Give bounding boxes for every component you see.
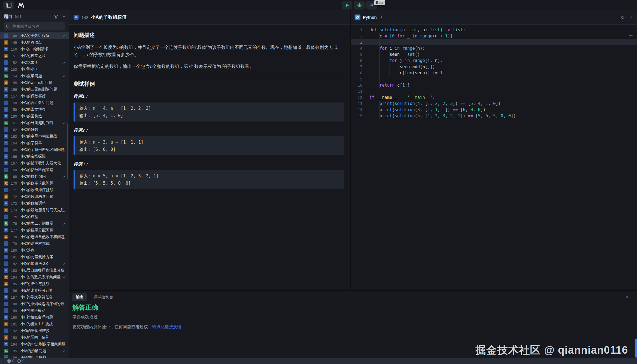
line-number: 1 (351, 27, 369, 33)
problem-list-item[interactable]: 中192小G的平衡串转换 (0, 327, 69, 334)
problem-list-item[interactable]: 难172小C的数组构造问题 (0, 193, 69, 200)
problem-list-item[interactable]: 易176小C的类二进制拼图✓ (0, 220, 69, 227)
code-line[interactable]: 1def solution(n: int, a: list) -> list: (351, 27, 637, 33)
code-token: seen (400, 64, 410, 69)
code-line[interactable]: 11 (351, 88, 637, 94)
problem-list-item[interactable]: 难178小C的连续自然数乘积问题 (0, 234, 69, 240)
problems-counter[interactable]: 0 0 (7, 359, 24, 363)
problem-list-item[interactable]: 中177小C的糖果分配问题 (0, 227, 69, 234)
problem-list-item[interactable]: 中168小C的括号匹配策略 (0, 166, 69, 173)
problem-list-item[interactable]: 中171小C的数组排序挑战 (0, 187, 69, 193)
debug-button[interactable] (354, 1, 365, 9)
problem-list-item[interactable]: 难193小K的区间与值和 (0, 334, 69, 341)
problem-list-item[interactable]: 难151小B的极差之和 (0, 53, 69, 59)
problem-list-item[interactable]: 中163小C的字母串构造挑战 (0, 133, 69, 140)
run-button[interactable] (342, 1, 352, 9)
difficulty-badge: 中 (4, 248, 8, 253)
problem-list-item[interactable]: 中157小C的偶数喜好 (0, 93, 69, 99)
tab-debug-console[interactable]: 调试控制台 (90, 293, 117, 301)
problem-list-item[interactable]: 中156小C的三元组删除问题 (0, 86, 69, 93)
code-line[interactable]: 5 seen = set() (351, 51, 637, 58)
problem-list-item[interactable]: 中179小C的逆序对挑战 (0, 240, 69, 247)
problem-list-item[interactable]: 中167小C的帖子吸引力最大化 (0, 160, 69, 166)
code-line[interactable]: 2 c = [0 for _ in range(n + 1)] (351, 33, 637, 39)
problem-list-item[interactable]: 难170小C的数字倍数问题 (0, 180, 69, 187)
problem-list-item[interactable]: 中180小C选点 (0, 247, 69, 254)
problem-list-item[interactable]: 中159小C的回文博弈 (0, 106, 69, 113)
code-line[interactable]: 3 (351, 39, 637, 45)
add-problem-icon[interactable]: + (62, 15, 65, 18)
problem-list-item[interactable]: 中196小M的组合挑战 (0, 354, 69, 358)
problem-list-item[interactable]: 中150小B的O绘制请求 (0, 46, 69, 53)
close-icon[interactable]: ✕ (625, 294, 629, 299)
problem-list-item[interactable]: 难191小F的糖果工厂挑战 (0, 321, 69, 327)
code-line[interactable]: 10 return c[1:] (351, 82, 637, 88)
code-line[interactable]: 6 for j in range(i, n): (351, 58, 637, 64)
sample-code: [1, 1, 1] (121, 140, 143, 145)
code-line[interactable]: 14 print(solution(3, [1, 1, 1]) == [6, 0… (351, 107, 637, 113)
section-divider (74, 74, 344, 74)
problem-list-item[interactable]: 中182小D的加减法 2.0✓ (0, 260, 69, 267)
language-selector[interactable]: Python ⇄ (355, 15, 382, 20)
code-line[interactable]: 12if __name__ == '__main__': (351, 94, 637, 101)
problem-list-item[interactable]: 中194小M的37进制数字相乘问题 (0, 341, 69, 348)
code-token (369, 70, 400, 75)
flag-icon[interactable]: ⚐ (629, 15, 633, 20)
filter-icon[interactable] (54, 15, 58, 19)
problem-list-item[interactable]: 中153小C和小U (0, 66, 69, 73)
problem-list-item[interactable]: 中148小A的子数组权值✓ (0, 32, 69, 39)
code-editor[interactable]: 1def solution(n: int, a: list) -> list:2… (351, 27, 637, 290)
sidebar-scrollbar[interactable] (67, 123, 68, 179)
problem-list-item[interactable]: 中173小C的数组调整 (0, 200, 69, 207)
edge-widget[interactable] (635, 339, 637, 358)
problem-list-item[interactable]: 中162小C的好数 (0, 126, 69, 133)
sample-code: [6, 0, 0] (93, 147, 115, 152)
problem-list-item[interactable]: 中183小E君自助餐厅客流量分析 (0, 267, 69, 274)
problem-list-item[interactable]: 易195小M的奶酪问题✓ (0, 348, 69, 354)
code-line[interactable]: 4 for i in range(n): (351, 45, 637, 51)
sidebar-toggle-button[interactable] (3, 1, 14, 9)
problem-list-item[interactable]: 中165小C的字符串匹配区间问题 (0, 146, 69, 153)
problem-list-item[interactable]: 中188小F的排列成递增序列的最... (0, 301, 69, 307)
line-number: 3 (351, 39, 369, 45)
code-line[interactable]: 7 seen.add(a[j]) (351, 64, 637, 70)
problem-title: 小C的棋盘 (20, 214, 66, 219)
problem-list-item[interactable]: 难155小C的w五元组问题 (0, 79, 69, 86)
problem-number: 152 (11, 61, 18, 65)
code-token: ]) (496, 101, 501, 106)
problem-list-item[interactable]: 易169小C的排列询问✓ (0, 173, 69, 180)
problem-list-item[interactable]: 易154小C点菜问题✓ (0, 73, 69, 79)
reset-code-icon[interactable]: ↻ (621, 15, 624, 20)
problem-list-item[interactable]: 中187小F的寻找字符任务 (0, 294, 69, 301)
code-line[interactable]: 9 (351, 76, 637, 82)
tab-output[interactable]: 输出 (72, 293, 87, 301)
code-line[interactable]: 8 c[len(seen)] += 1 (351, 70, 637, 76)
sample-code: = (113, 106, 121, 111)
error-count: 0 (12, 359, 14, 363)
feedback-link[interactable]: 请点此链接反馈 (152, 324, 181, 329)
problem-list-item[interactable]: 中186小E的比赛得分计算 (0, 287, 69, 294)
problem-list-item[interactable]: 中189小F的棋子移动 (0, 307, 69, 314)
problem-list-item[interactable]: 中164小C的字符串 (0, 140, 69, 146)
problem-list-item[interactable]: 难174小C的最短服务时间优先磁... (0, 207, 69, 213)
code-text: seen = set() (369, 51, 420, 58)
problem-list-item[interactable]: 中160小C的圆构造 (0, 113, 69, 120)
problem-list-item[interactable]: 易161小C的外卖超时判断✓ (0, 120, 69, 126)
code-token: [ (425, 64, 428, 69)
problem-list-item[interactable]: 中175小C的棋盘 (0, 213, 69, 220)
problem-list-item[interactable]: 中158小C的合并数组问题 (0, 99, 69, 106)
code-line[interactable]: 13 print(solution(4, [1, 2, 2, 3]) == [5… (351, 101, 637, 107)
problem-list-item[interactable]: 中166小C的宝塔探险 (0, 153, 69, 160)
search-input[interactable] (4, 22, 65, 30)
problem-list-item[interactable]: 难184小E的倍数关系子集问题✓ (0, 274, 69, 280)
problem-title: 小C的数字倍数问题 (20, 181, 66, 186)
problem-list-item[interactable]: 中181小D的元素删除方案 (0, 254, 69, 260)
problem-number: 157 (11, 94, 18, 98)
app-logo[interactable] (16, 1, 26, 9)
problem-list-item[interactable]: 中152小C吃果子✓ (0, 59, 69, 66)
problem-list-item[interactable]: 难185小E的按位与挑战 (0, 280, 69, 287)
code-line[interactable]: 15 print(solution(5, [1, 2, 3, 2, 1]) ==… (351, 113, 637, 119)
description-heading: 问题描述 (74, 32, 344, 39)
problem-list-item[interactable]: 难149小A的移动点 (0, 39, 69, 46)
problem-list-item[interactable]: 中190小F的相似密码问题 (0, 314, 69, 321)
